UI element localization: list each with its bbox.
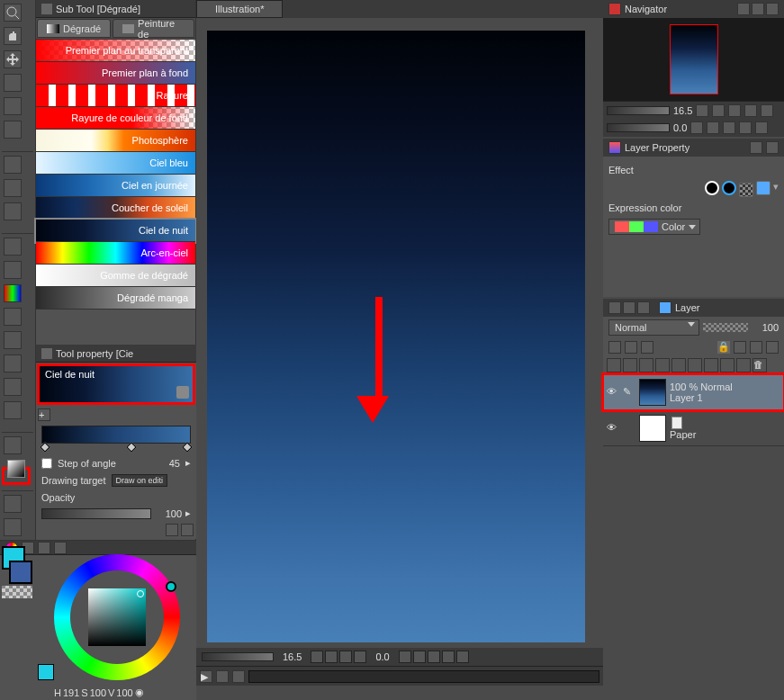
record-icon[interactable] — [232, 670, 245, 683]
stepper-icon[interactable]: ▸ — [185, 507, 191, 519]
gradient-item[interactable]: Ciel bleu — [36, 152, 195, 175]
layer-tab-icon[interactable] — [608, 301, 621, 314]
gradient-tool[interactable] — [7, 460, 25, 478]
gradient-handles[interactable] — [41, 445, 191, 454]
marquee-tool[interactable] — [4, 97, 22, 115]
delete-layer-icon[interactable]: 🗑 — [752, 358, 767, 372]
eyedrop-tool[interactable] — [4, 202, 22, 220]
transfer-down-icon[interactable] — [688, 358, 702, 372]
combine-down-icon[interactable] — [704, 358, 718, 372]
nav-zoom-slider[interactable] — [607, 106, 670, 115]
nav-tab-icon[interactable] — [752, 3, 764, 15]
layer-opacity-value[interactable]: 100 — [752, 322, 779, 333]
decoration-tool[interactable] — [4, 331, 22, 349]
lock-transparent-icon[interactable] — [734, 341, 746, 354]
apply-mask-icon[interactable] — [736, 358, 751, 372]
nav-flip-v-icon[interactable] — [755, 121, 768, 134]
zoom-value[interactable]: 16.5 — [283, 651, 302, 662]
step-angle-value[interactable]: 45 — [153, 458, 180, 469]
frame-tool[interactable] — [4, 518, 22, 536]
rotate-cw-icon[interactable] — [413, 651, 426, 663]
flip-v-icon[interactable] — [456, 651, 469, 663]
mask-icon[interactable] — [607, 358, 621, 372]
nav-tab-icon[interactable] — [766, 3, 779, 15]
gradient-item[interactable]: Arc-en-ciel — [36, 242, 195, 265]
hand-tool[interactable] — [4, 27, 22, 45]
figure-tool[interactable] — [4, 495, 22, 513]
layer-name[interactable]: Layer 1 — [670, 392, 733, 403]
lp-tab-icon[interactable] — [750, 141, 762, 154]
zoom-slider[interactable] — [202, 652, 274, 661]
sub-color-swatch[interactable] — [9, 561, 32, 584]
gradient-preview[interactable]: Ciel de nuit — [40, 366, 193, 402]
gradient-stop[interactable] — [182, 442, 192, 452]
gradient-item[interactable]: Ciel en journée — [36, 175, 195, 197]
layer-tab-icon[interactable] — [637, 301, 650, 314]
new-correction-icon[interactable] — [671, 358, 686, 372]
settings-icon[interactable] — [181, 524, 194, 536]
visibility-icon[interactable]: 👁 — [607, 386, 619, 399]
opacity-slider[interactable] — [41, 508, 151, 519]
visibility-icon[interactable]: 👁 — [607, 422, 619, 435]
nav-rotate-ccw-icon[interactable] — [690, 121, 703, 134]
zoom-out-icon[interactable] — [311, 651, 323, 663]
border-effect-icon[interactable] — [705, 181, 719, 195]
gradient-item[interactable]: Coucher de soleil — [36, 197, 195, 220]
layer-item[interactable]: 👁✎100 % NormalLayer 1 — [603, 374, 784, 410]
magnify-tool[interactable] — [4, 4, 22, 22]
navigator-thumbnail[interactable] — [670, 24, 718, 94]
effect-dropdown-arrow[interactable]: ▾ — [773, 181, 779, 197]
clip-icon[interactable] — [608, 341, 621, 354]
gradient-item[interactable]: Rayure de couleur de fond — [36, 107, 195, 130]
pen-tool[interactable] — [4, 238, 22, 256]
new-layer-icon[interactable] — [639, 358, 653, 372]
sv-box[interactable] — [88, 588, 146, 646]
draft-layer-icon[interactable] — [641, 341, 653, 354]
timeline-tool[interactable] — [4, 121, 22, 139]
reset-icon[interactable] — [166, 524, 178, 536]
nav-rotate-reset-icon[interactable] — [723, 121, 735, 134]
lock-all-icon[interactable] — [750, 341, 762, 354]
canvas-viewport[interactable] — [196, 18, 603, 648]
gradient-item[interactable]: Photosphère — [36, 130, 195, 152]
blur-tool[interactable] — [4, 401, 22, 419]
zoom-in-icon[interactable] — [325, 651, 338, 663]
expand-icon[interactable]: + — [38, 408, 50, 421]
layer-mask-icon[interactable] — [720, 358, 734, 372]
move-tool[interactable] — [4, 50, 22, 68]
flip-h-icon[interactable] — [442, 651, 455, 663]
gradient-item[interactable]: Ciel de nuit — [36, 220, 195, 242]
gradient-item[interactable]: Rayure — [36, 85, 195, 107]
step-angle-checkbox[interactable] — [41, 458, 52, 469]
tone-effect-icon[interactable] — [722, 181, 736, 195]
operation-tool[interactable] — [4, 74, 22, 92]
rotate-ccw-icon[interactable] — [399, 651, 411, 663]
lock-icon[interactable]: 🔒 — [717, 341, 730, 354]
nav-fit2-icon[interactable] — [761, 104, 773, 117]
fill-tool[interactable] — [4, 436, 22, 454]
timeline-track[interactable] — [248, 670, 599, 683]
nav-rotate-cw-icon[interactable] — [707, 121, 719, 134]
nav-flip-h-icon[interactable] — [739, 121, 752, 134]
nav-zoom-out-icon[interactable] — [696, 104, 708, 117]
eyedropper-icon[interactable]: ◉ — [135, 687, 144, 698]
gradient-stop[interactable] — [40, 442, 50, 452]
nav-100-icon[interactable] — [744, 104, 757, 117]
ref-layer-icon[interactable] — [625, 341, 637, 354]
layer-color-effect-icon[interactable] — [739, 183, 753, 197]
layer-thumbnail[interactable] — [639, 415, 666, 442]
transparent-swatch[interactable] — [2, 586, 32, 598]
gradient-item[interactable]: Premier plan au transparent — [36, 40, 195, 62]
opacity-value[interactable]: 100 — [155, 508, 182, 519]
gradient-stop[interactable] — [127, 442, 137, 452]
layer-name[interactable]: Paper — [670, 429, 696, 440]
gradient-item[interactable]: Premier plan à fond — [36, 62, 195, 85]
drawing-target-dropdown[interactable]: Draw on editi — [112, 474, 168, 487]
gradient-item[interactable]: Dégradé manga — [36, 287, 195, 310]
loop-icon[interactable] — [216, 670, 229, 683]
wand-tool[interactable] — [4, 179, 22, 197]
gradient-strip[interactable] — [41, 426, 191, 444]
fit-icon[interactable] — [339, 651, 352, 663]
layer-thumbnail[interactable] — [639, 379, 666, 406]
pencil-tool[interactable] — [4, 261, 22, 279]
